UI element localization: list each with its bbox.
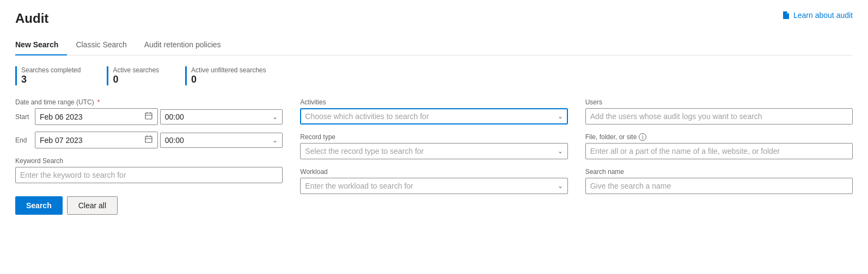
stat-active-searches-label: Active searches <box>113 66 159 74</box>
start-label: Start <box>15 113 33 121</box>
search-name-input[interactable] <box>585 178 853 194</box>
workload-placeholder: Enter the workload to search for <box>305 182 553 190</box>
end-row: End Feb 07 2023 00:00 ⌄ <box>15 132 283 148</box>
activities-dropdown[interactable]: Choose which activities to search for ⌄ <box>300 108 567 124</box>
keyword-search-group: Keyword Search <box>15 157 283 183</box>
keyword-input[interactable] <box>15 167 283 183</box>
record-type-group: Record type Select the record type to se… <box>300 133 567 159</box>
tab-bar: New Search Classic Search Audit retentio… <box>15 35 853 55</box>
learn-about-audit-link[interactable]: Learn about audit <box>781 11 853 20</box>
stat-active-unfiltered-label: Active unfiltered searches <box>191 66 266 74</box>
activities-placeholder: Choose which activities to search for <box>305 112 553 121</box>
keyword-label: Keyword Search <box>15 157 283 165</box>
stat-active-unfiltered: Active unfiltered searches 0 <box>185 66 279 85</box>
start-date-picker[interactable]: Feb 06 2023 <box>35 108 158 125</box>
svg-rect-0 <box>145 113 152 119</box>
chevron-down-icon-end-time: ⌄ <box>272 136 278 144</box>
record-type-dropdown[interactable]: Select the record type to search for ⌄ <box>300 143 567 159</box>
workload-label: Workload <box>300 168 567 176</box>
users-label: Users <box>585 98 853 106</box>
datetime-label: Date and time range (UTC)* <box>15 98 283 106</box>
calendar-icon-end <box>144 135 153 145</box>
activities-group: Activities Choose which activities to se… <box>300 98 567 124</box>
datetime-section: Date and time range (UTC)* Start Feb 06 … <box>15 98 283 155</box>
learn-link-label: Learn about audit <box>793 11 853 20</box>
search-name-label: Search name <box>585 168 853 176</box>
chevron-down-icon-record-type: ⌄ <box>558 147 563 155</box>
page-title: Audit <box>15 11 48 26</box>
record-type-placeholder: Select the record type to search for <box>305 147 553 155</box>
page-header: Audit Learn about audit <box>15 11 853 26</box>
workload-dropdown[interactable]: Enter the workload to search for ⌄ <box>300 178 567 194</box>
stat-searches-completed-label: Searches completed <box>21 66 81 74</box>
file-folder-label: File, folder, or site i <box>585 133 853 141</box>
stat-active-searches-value: 0 <box>113 74 159 85</box>
tab-audit-retention[interactable]: Audit retention policies <box>136 35 230 55</box>
chevron-down-icon-activities: ⌄ <box>558 113 563 120</box>
users-input[interactable] <box>585 108 853 124</box>
search-button[interactable]: Search <box>15 196 63 215</box>
chevron-down-icon-start-time: ⌄ <box>272 113 278 121</box>
start-time-picker[interactable]: 00:00 ⌄ <box>160 109 283 124</box>
file-folder-group: File, folder, or site i <box>585 133 853 159</box>
end-date-value: Feb 07 2023 <box>40 136 141 145</box>
required-indicator: * <box>97 98 100 106</box>
search-name-group: Search name <box>585 168 853 194</box>
clear-button[interactable]: Clear all <box>67 196 118 215</box>
end-date-picker[interactable]: Feb 07 2023 <box>35 132 158 148</box>
form-col-users: Users File, folder, or site i Search nam… <box>585 98 853 215</box>
calendar-icon-start <box>144 111 153 122</box>
end-label: End <box>15 136 33 144</box>
start-row: Start Feb 06 2023 00:00 ⌄ <box>15 108 283 125</box>
svg-rect-1 <box>145 136 152 142</box>
record-type-label: Record type <box>300 133 567 141</box>
form-col-datetime: Date and time range (UTC)* Start Feb 06 … <box>15 98 283 215</box>
form-col-activities: Activities Choose which activities to se… <box>300 98 567 215</box>
document-icon <box>781 11 790 20</box>
search-form: Date and time range (UTC)* Start Feb 06 … <box>15 98 853 215</box>
stat-searches-completed-value: 3 <box>21 74 81 85</box>
button-row: Search Clear all <box>15 196 283 215</box>
end-time-value: 00:00 <box>165 136 184 145</box>
stat-searches-completed: Searches completed 3 <box>15 66 94 85</box>
start-time-value: 00:00 <box>165 113 184 121</box>
activities-label: Activities <box>300 98 567 106</box>
chevron-down-icon-workload: ⌄ <box>558 182 563 190</box>
start-date-value: Feb 06 2023 <box>40 113 141 121</box>
users-group: Users <box>585 98 853 124</box>
tab-new-search[interactable]: New Search <box>15 35 67 55</box>
stat-active-searches: Active searches 0 <box>107 66 172 85</box>
end-time-picker[interactable]: 00:00 ⌄ <box>160 133 283 148</box>
info-icon-file-folder[interactable]: i <box>639 133 646 141</box>
workload-group: Workload Enter the workload to search fo… <box>300 168 567 194</box>
tab-classic-search[interactable]: Classic Search <box>67 35 135 55</box>
stat-active-unfiltered-value: 0 <box>191 74 266 85</box>
stats-row: Searches completed 3 Active searches 0 A… <box>15 66 853 85</box>
file-folder-input[interactable] <box>585 143 853 159</box>
